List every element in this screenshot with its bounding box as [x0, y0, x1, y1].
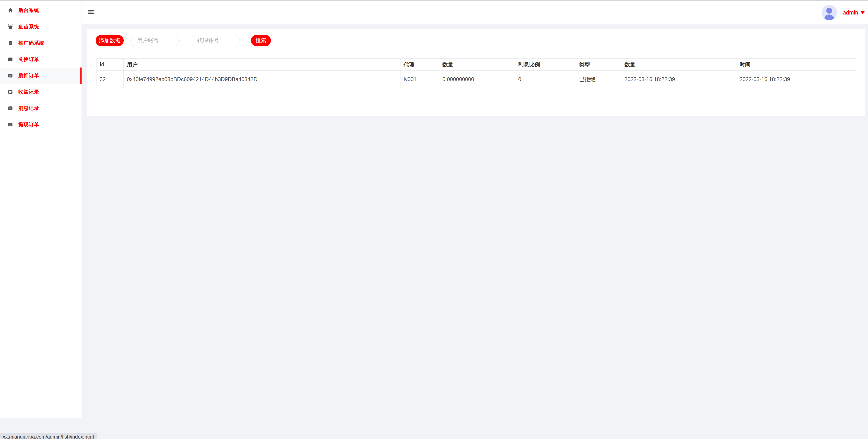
column-header-type: 类型	[576, 59, 621, 71]
sidebar-item-label: 鱼苗系统	[18, 23, 39, 30]
column-header-amount: 数量	[439, 59, 515, 71]
username: admin	[843, 9, 858, 16]
cell-id: 32	[96, 71, 124, 88]
sidebar-item-label: 推广码系统	[18, 40, 44, 46]
toolbar: 添加数据 搜索	[87, 29, 865, 52]
link-preview-statusbar: xx.mianqianba.com/admin/fish/index.html	[0, 433, 97, 439]
cell-amount2: 2022-03-16 18:22:39	[621, 71, 736, 88]
table-row: 32 0x40fe74992eb08bBDc6094214D44b3D9DBa4…	[96, 71, 856, 88]
home-icon	[8, 8, 13, 13]
sidebar-item-income-records[interactable]: 收益记录	[0, 84, 82, 100]
form-icon	[8, 90, 13, 94]
status-badge: 已拒绝	[576, 71, 621, 88]
hamburger-menu-icon[interactable]	[88, 10, 94, 15]
sidebar-menu: 后台系统 鱼苗系统 推广码系	[0, 1, 82, 133]
sidebar-item-label: 收益记录	[18, 89, 39, 95]
cell-agent: ly001	[401, 71, 439, 88]
add-data-button[interactable]: 添加数据	[96, 35, 124, 46]
orders-table: id 用户 代理 数量 利息比例 类型 数量 时间 32 0x40fe74992…	[96, 58, 856, 88]
topbar: admin	[82, 1, 868, 24]
avatar	[822, 5, 837, 20]
user-menu[interactable]: admin	[822, 1, 865, 24]
sidebar-item-message-records[interactable]: 消息记录	[0, 100, 82, 117]
sidebar-item-label: 提现订单	[18, 121, 39, 128]
search-button[interactable]: 搜索	[251, 35, 271, 46]
cell-user-address: 0x40fe74992eb08bBDc6094214D44b3D9DBa4034…	[124, 71, 401, 88]
form-icon	[8, 57, 13, 62]
cow-icon	[8, 24, 13, 29]
content-card: 添加数据 搜索 id 用户 代理 数量 利息比例	[87, 29, 865, 116]
column-header-interest-ratio: 利息比例	[515, 59, 576, 71]
sidebar-item-promo-code-system[interactable]: 推广码系统	[0, 35, 82, 51]
form-icon	[8, 73, 13, 78]
column-header-amount2: 数量	[621, 59, 736, 71]
file-icon	[8, 40, 13, 45]
chevron-down-icon	[861, 11, 865, 14]
sidebar-item-label: 兑换订单	[18, 56, 39, 63]
sidebar-item-pledge-orders[interactable]: 质押订单	[0, 67, 82, 84]
column-header-time: 时间	[736, 59, 856, 71]
column-header-user: 用户	[124, 59, 401, 71]
sidebar-item-backend-system[interactable]: 后台系统	[0, 2, 82, 19]
sidebar: 后台系统 鱼苗系统 推广码系	[0, 1, 82, 418]
sidebar-item-withdraw-orders[interactable]: 提现订单	[0, 117, 82, 133]
column-header-id: id	[96, 59, 124, 71]
cell-time: 2022-03-16 18:22:39	[736, 71, 856, 88]
table-header-row: id 用户 代理 数量 利息比例 类型 数量 时间	[96, 59, 856, 71]
sidebar-item-label: 后台系统	[18, 7, 39, 14]
form-icon	[8, 122, 13, 127]
form-icon	[8, 106, 13, 111]
main-content: 添加数据 搜索 id 用户 代理 数量 利息比例	[82, 24, 868, 439]
user-account-input[interactable]	[130, 35, 180, 46]
orders-table-wrap: id 用户 代理 数量 利息比例 类型 数量 时间 32 0x40fe74992…	[87, 52, 865, 88]
agent-account-input[interactable]	[191, 35, 240, 46]
column-header-agent: 代理	[401, 59, 439, 71]
sidebar-item-fry-system[interactable]: 鱼苗系统	[0, 19, 82, 35]
sidebar-item-label: 质押订单	[18, 72, 39, 79]
sidebar-item-label: 消息记录	[18, 105, 39, 112]
cell-amount: 0.000000000	[439, 71, 515, 88]
cell-interest-ratio: 0	[515, 71, 576, 88]
sidebar-item-exchange-orders[interactable]: 兑换订单	[0, 51, 82, 67]
